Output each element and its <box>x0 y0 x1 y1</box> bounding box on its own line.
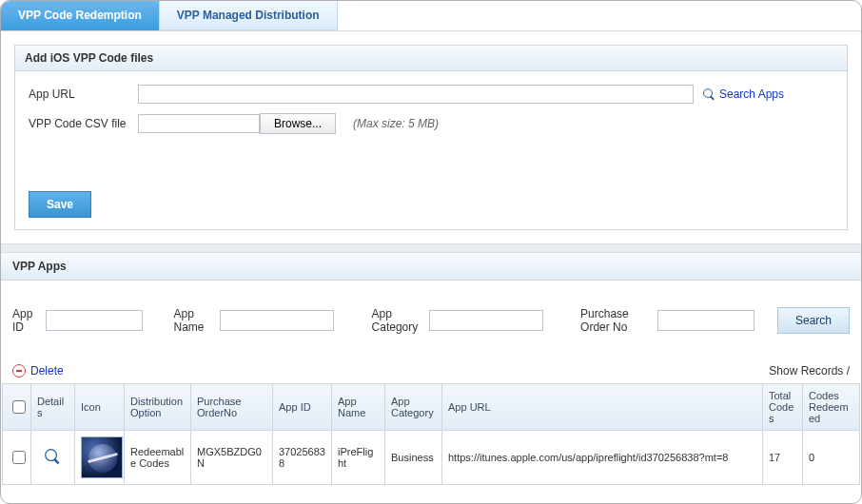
search-apps-label: Search Apps <box>719 87 784 101</box>
table-row: Redeemable Codes MGX5BZDG0N 370256838 iP… <box>3 431 860 485</box>
select-all-checkbox[interactable] <box>12 400 26 414</box>
app-url-label: App URL <box>29 87 138 101</box>
cell-appurl: https://itunes.apple.com/us/app/ipreflig… <box>442 431 763 485</box>
delete-label: Delete <box>30 364 64 378</box>
col-icon[interactable]: Icon <box>75 384 125 431</box>
filter-appid-input[interactable] <box>46 310 143 331</box>
filters-row: App ID App Name App Category Purchase Or… <box>1 281 861 345</box>
details-icon[interactable] <box>45 449 61 465</box>
col-appname[interactable]: App Name <box>332 384 385 431</box>
col-total-codes[interactable]: Total Codes <box>763 384 803 431</box>
add-codes-header: Add iOS VPP Code files <box>15 46 847 71</box>
filter-category-input[interactable] <box>429 310 543 331</box>
filter-po-input[interactable] <box>657 310 754 331</box>
filter-appid-label: App ID <box>12 307 36 334</box>
search-apps-link[interactable]: Search Apps <box>703 87 784 101</box>
csv-file-input[interactable] <box>138 114 260 133</box>
vpp-apps-table: Details Icon Distribution Option Purchas… <box>2 383 860 485</box>
row-checkbox[interactable] <box>12 451 26 464</box>
tab-vpp-code-redemption[interactable]: VPP Code Redemption <box>1 1 160 30</box>
filter-appname-label: App Name <box>174 307 211 334</box>
app-url-row: App URL Search Apps <box>29 85 833 104</box>
csv-label: VPP Code CSV file <box>29 117 138 130</box>
cell-purchase-order: MGX5BZDG0N <box>191 431 273 485</box>
delete-link[interactable]: Delete <box>12 364 64 378</box>
tab-bar: VPP Code Redemption VPP Managed Distribu… <box>1 1 861 31</box>
cell-codes-redeemed: 0 <box>803 431 860 485</box>
table-toolbar: Delete Show Records / <box>1 345 861 383</box>
filter-appname-input[interactable] <box>220 310 334 331</box>
col-purchase-order[interactable]: Purchase OrderNo <box>191 384 273 431</box>
filter-category-label: App Category <box>372 307 420 334</box>
filter-po-label: Purchase Order No <box>580 307 648 334</box>
max-size-hint: (Max size: 5 MB) <box>353 117 439 130</box>
col-details[interactable]: Details <box>31 384 75 431</box>
save-button[interactable]: Save <box>29 191 91 218</box>
col-appurl[interactable]: App URL <box>442 384 763 431</box>
tab-vpp-managed-distribution[interactable]: VPP Managed Distribution <box>160 1 338 30</box>
vpp-container: VPP Code Redemption VPP Managed Distribu… <box>0 0 862 504</box>
app-url-input[interactable] <box>138 85 694 104</box>
add-codes-body: App URL Search Apps VPP Code CSV file Br… <box>15 71 847 229</box>
search-icon <box>703 88 715 101</box>
search-button[interactable]: Search <box>777 307 850 334</box>
col-appid[interactable]: App ID <box>273 384 332 431</box>
app-icon <box>81 436 123 478</box>
divider-strip <box>1 243 861 253</box>
add-codes-panel: Add iOS VPP Code files App URL Search Ap… <box>14 45 848 230</box>
table-header-row: Details Icon Distribution Option Purchas… <box>3 384 860 431</box>
col-category[interactable]: App Category <box>385 384 442 431</box>
col-codes-redeemed[interactable]: Codes Redeemed <box>803 384 860 431</box>
browse-button[interactable]: Browse... <box>260 113 336 134</box>
cell-distribution: Redeemable Codes <box>125 431 191 485</box>
col-distribution[interactable]: Distribution Option <box>125 384 191 431</box>
cell-appname: iPreFlight <box>332 431 385 485</box>
cell-appid: 370256838 <box>273 431 332 485</box>
delete-icon <box>12 364 26 378</box>
csv-row: VPP Code CSV file Browse... (Max size: 5… <box>29 113 833 134</box>
cell-category: Business <box>385 431 442 485</box>
show-records-label: Show Records / <box>769 364 850 378</box>
cell-total-codes: 17 <box>763 431 803 485</box>
vpp-apps-header: VPP Apps <box>1 253 861 281</box>
